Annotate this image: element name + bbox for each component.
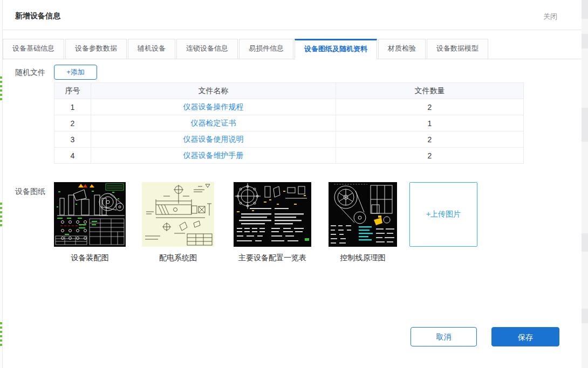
file-link[interactable]: 仪器设备使用说明 bbox=[183, 135, 244, 143]
tab-auxiliary-equipment[interactable]: 辅机设备 bbox=[128, 39, 175, 59]
table-row: 3 仪器设备使用说明 2 bbox=[54, 131, 524, 148]
save-button[interactable]: 保存 bbox=[491, 327, 559, 346]
add-file-button[interactable]: +添加 bbox=[54, 65, 97, 80]
row-index: 4 bbox=[54, 148, 91, 164]
add-device-modal: 新增设备信息 关闭 设备基础信息 设备参数数据 辅机设备 连锁设备信息 易损件信… bbox=[3, 0, 582, 368]
tab-device-data-model[interactable]: 设备数据模型 bbox=[427, 39, 488, 59]
control-line-schematic-thumbnail[interactable] bbox=[329, 182, 397, 247]
upload-image-button[interactable]: +上传图片 bbox=[409, 182, 477, 247]
underlying-green-fragment bbox=[0, 322, 2, 346]
drawing-label-equipment-configuration: 主要设备配置一览表 bbox=[230, 253, 315, 264]
random-files-table: 序号 文件名称 文件数量 1 仪器设备操作规程 2 2 仪器检定证书 1 3 bbox=[54, 82, 524, 164]
cancel-button[interactable]: 取消 bbox=[411, 327, 477, 346]
tab-interlocked-device-info[interactable]: 连锁设备信息 bbox=[176, 39, 238, 59]
table-row: 4 仪器设备维护手册 2 bbox=[54, 148, 524, 164]
tab-bar: 设备基础信息 设备参数数据 辅机设备 连锁设备信息 易损件信息 设备图纸及随机资… bbox=[3, 39, 582, 59]
drawing-label-assembly: 设备装配图 bbox=[54, 253, 126, 264]
random-files-section-label: 随机文件 bbox=[15, 68, 45, 78]
tab-device-parameter-data[interactable]: 设备参数数据 bbox=[65, 39, 127, 59]
tab-device-basic-info[interactable]: 设备基础信息 bbox=[3, 39, 64, 59]
column-header-file-count: 文件数量 bbox=[336, 83, 524, 99]
underlying-green-fragment bbox=[0, 77, 2, 101]
equipment-configuration-list-thumbnail[interactable] bbox=[234, 182, 311, 247]
column-header-index: 序号 bbox=[54, 83, 91, 99]
row-index: 3 bbox=[54, 131, 91, 148]
tab-material-inspection[interactable]: 材质检验 bbox=[378, 39, 426, 59]
tab-wearing-parts-info[interactable]: 易损件信息 bbox=[239, 39, 293, 59]
power-distribution-drawing-thumbnail[interactable] bbox=[142, 182, 214, 247]
row-index: 1 bbox=[54, 99, 91, 115]
drawing-label-control-line: 控制线原理图 bbox=[329, 253, 397, 264]
table-row: 2 仪器检定证书 1 bbox=[54, 115, 524, 131]
table-row: 1 仪器设备操作规程 2 bbox=[54, 99, 524, 115]
file-count: 2 bbox=[336, 148, 524, 164]
file-count: 2 bbox=[336, 131, 524, 148]
column-header-file-name: 文件名称 bbox=[91, 83, 336, 99]
file-link[interactable]: 仪器设备操作规程 bbox=[183, 102, 244, 111]
assembly-drawing-thumbnail[interactable] bbox=[54, 182, 126, 247]
modal-header: 新增设备信息 关闭 bbox=[3, 0, 582, 30]
device-drawings-section-label: 设备图纸 bbox=[15, 187, 45, 197]
upload-image-label: +上传图片 bbox=[426, 210, 461, 219]
file-count: 2 bbox=[336, 99, 524, 115]
file-link[interactable]: 仪器检定证书 bbox=[191, 119, 236, 127]
underlying-green-fragment bbox=[0, 203, 2, 227]
add-device-dialog-page: 新增设备信息 关闭 设备基础信息 设备参数数据 辅机设备 连锁设备信息 易损件信… bbox=[0, 0, 588, 368]
row-index: 2 bbox=[54, 115, 91, 131]
tab-device-drawings-and-materials[interactable]: 设备图纸及随机资料 bbox=[295, 39, 377, 59]
close-button[interactable]: 关闭 bbox=[543, 12, 557, 22]
underlying-page-right-edge bbox=[582, 0, 588, 368]
file-count: 1 bbox=[336, 115, 524, 131]
page-title: 新增设备信息 bbox=[15, 11, 60, 21]
file-link[interactable]: 仪器设备维护手册 bbox=[183, 151, 244, 159]
table-header-row: 序号 文件名称 文件数量 bbox=[54, 83, 524, 99]
drawing-label-power-distribution: 配电系统图 bbox=[142, 253, 214, 264]
